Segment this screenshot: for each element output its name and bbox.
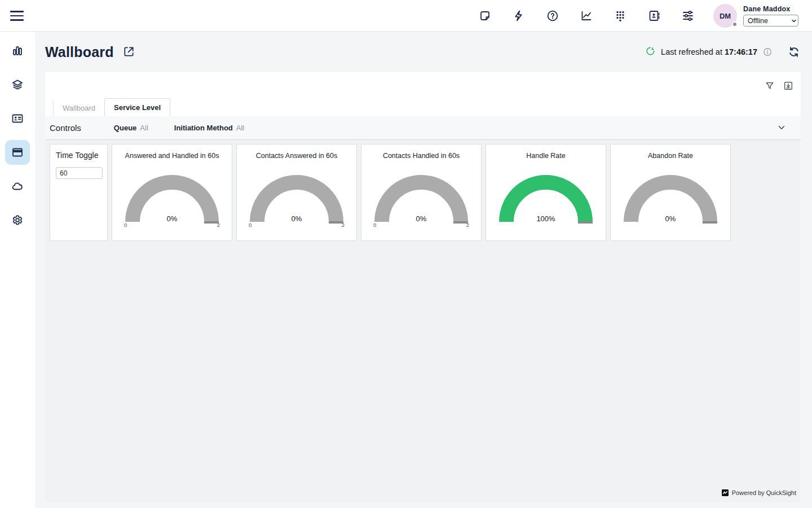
gauge-target-tick bbox=[578, 221, 593, 224]
page-title: Wallboard bbox=[45, 44, 114, 60]
quicksight-logo-icon bbox=[722, 489, 729, 496]
sidebar-item-cloud[interactable] bbox=[0, 169, 35, 203]
last-refreshed-text: Last refreshed at 17:46:17 bbox=[661, 47, 757, 56]
status-dot bbox=[732, 21, 738, 27]
gauge-value: 0% bbox=[665, 214, 676, 223]
gauge-min-label: 0 bbox=[373, 222, 376, 228]
agent-status-select[interactable]: Offline bbox=[743, 15, 798, 27]
gauge-value: 0% bbox=[167, 214, 178, 223]
filter-initiation-method[interactable]: Initiation Method All bbox=[174, 124, 244, 132]
note-icon[interactable] bbox=[478, 9, 492, 23]
gauge-card: Contacts Handled in 60s 0% 0 2 bbox=[361, 144, 482, 241]
browser-window-icon bbox=[5, 140, 30, 165]
time-toggle-input[interactable] bbox=[56, 167, 103, 179]
user-name: Dane Maddox bbox=[743, 5, 800, 13]
gauge-title: Answered and Handled in 60s bbox=[112, 152, 232, 160]
gauge-target-tick bbox=[703, 221, 717, 224]
cloud-icon bbox=[5, 174, 30, 199]
hamburger-menu-icon[interactable] bbox=[10, 10, 24, 22]
controls-title: Controls bbox=[50, 123, 81, 133]
sidebar-item-settings[interactable] bbox=[0, 203, 35, 237]
time-toggle-label: Time Toggle bbox=[50, 144, 107, 160]
dashboard-panel: Wallboard Service Level Controls Queue A… bbox=[45, 72, 801, 502]
gauge-title: Abandon Rate bbox=[611, 152, 730, 160]
info-icon[interactable] bbox=[762, 47, 773, 57]
gauge-max-label: 2 bbox=[466, 222, 469, 228]
gauge-value: 0% bbox=[292, 214, 302, 223]
filter-icon[interactable] bbox=[765, 81, 775, 91]
gauge-chart: 100% bbox=[489, 165, 602, 229]
gauge-title: Contacts Answered in 60s bbox=[237, 152, 356, 160]
dialpad-icon[interactable] bbox=[614, 9, 627, 23]
gauge-value: 100% bbox=[536, 214, 555, 223]
main-content: Wallboard Last refreshed at 17:46:17 bbox=[35, 32, 812, 508]
gauge-card: Answered and Handled in 60s 0% 0 2 bbox=[112, 144, 232, 241]
controls-bar: Controls Queue All Initiation Method All bbox=[45, 116, 801, 140]
gauge-chart: 0% 0 2 bbox=[116, 165, 228, 229]
topbar: DM Dane Maddox Offline bbox=[0, 0, 812, 32]
flash-icon[interactable] bbox=[512, 9, 526, 23]
gauge-max-label: 2 bbox=[217, 222, 220, 228]
controls-collapse-chevron-icon[interactable] bbox=[776, 122, 787, 134]
gauge-min-label: 0 bbox=[124, 222, 127, 228]
tab-service-level[interactable]: Service Level bbox=[104, 98, 170, 116]
last-refreshed-time: 17:46:17 bbox=[725, 47, 757, 56]
gear-icon bbox=[5, 208, 30, 233]
gauge-title: Contacts Handled in 60s bbox=[361, 152, 481, 160]
sidebar-item-layers[interactable] bbox=[0, 68, 35, 102]
dashboard-sheet: Time Toggle Answered and Handled in 60s … bbox=[45, 140, 801, 502]
refresh-icon[interactable] bbox=[787, 45, 801, 59]
sidebar-item-wallboard[interactable] bbox=[0, 135, 35, 169]
id-card-icon bbox=[5, 106, 30, 131]
bar-chart-icon bbox=[5, 38, 30, 63]
sidebar-item-metrics[interactable] bbox=[0, 34, 35, 68]
contact-book-icon[interactable] bbox=[647, 9, 661, 23]
gauge-card: Abandon Rate 0% bbox=[610, 144, 731, 241]
sidebar-item-contacts[interactable] bbox=[0, 102, 35, 135]
panel-toolbar bbox=[45, 72, 801, 100]
gauge-card: Handle Rate 100% bbox=[486, 144, 606, 241]
gauge-chart: 0% 0 2 bbox=[365, 165, 478, 229]
avatar[interactable]: DM bbox=[713, 4, 737, 28]
open-in-new-window-icon[interactable] bbox=[122, 45, 136, 59]
gauge-chart: 0% 0 2 bbox=[240, 165, 353, 229]
gauge-min-label: 0 bbox=[249, 222, 251, 228]
tab-wallboard[interactable]: Wallboard bbox=[53, 100, 104, 116]
gauge-max-label: 2 bbox=[342, 222, 345, 228]
export-icon[interactable] bbox=[783, 81, 793, 91]
gauge-value: 0% bbox=[416, 214, 427, 223]
sheet-tabbar: Wallboard Service Level bbox=[45, 100, 801, 116]
powered-by-quicksight: Powered by QuickSight bbox=[722, 489, 796, 496]
sliders-icon[interactable] bbox=[681, 9, 695, 23]
layers-icon bbox=[5, 72, 30, 97]
help-icon[interactable] bbox=[546, 9, 559, 23]
gauge-chart: 0% bbox=[614, 165, 727, 229]
gauge-title: Handle Rate bbox=[486, 152, 606, 160]
gauge-card: Contacts Answered in 60s 0% 0 2 bbox=[236, 144, 357, 241]
timer-icon bbox=[645, 46, 656, 59]
line-chart-icon[interactable] bbox=[580, 9, 593, 23]
time-toggle-card: Time Toggle bbox=[50, 144, 108, 241]
filter-queue[interactable]: Queue All bbox=[114, 124, 148, 132]
sidebar bbox=[0, 32, 35, 508]
